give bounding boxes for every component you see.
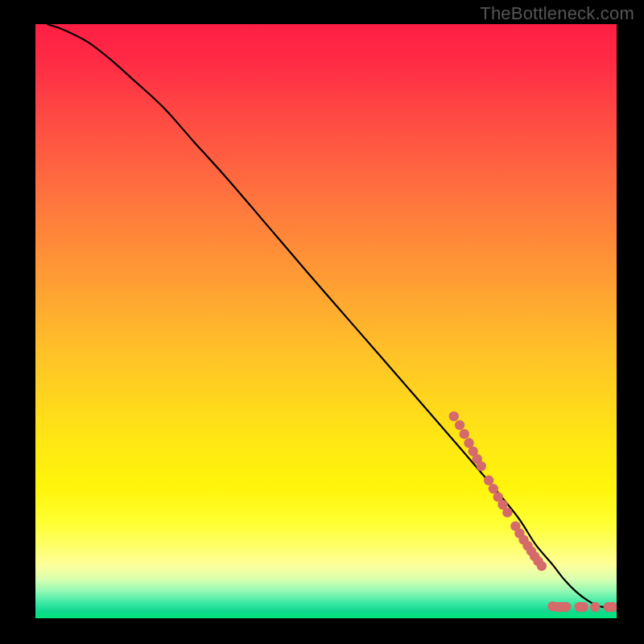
data-marker	[449, 411, 459, 421]
data-marker	[460, 429, 469, 439]
data-marker	[477, 461, 486, 471]
attribution-label: TheBottleneck.com	[480, 3, 634, 24]
plot-area	[35, 24, 617, 618]
curve-line	[47, 24, 617, 607]
data-marker	[502, 507, 512, 517]
data-marker	[537, 561, 547, 571]
chart-frame: TheBottleneck.com	[0, 0, 644, 644]
data-marker	[455, 420, 464, 430]
data-marker	[561, 602, 571, 612]
marker-group	[449, 411, 617, 612]
data-marker	[590, 602, 600, 612]
chart-svg	[35, 24, 617, 618]
data-marker	[579, 602, 588, 612]
